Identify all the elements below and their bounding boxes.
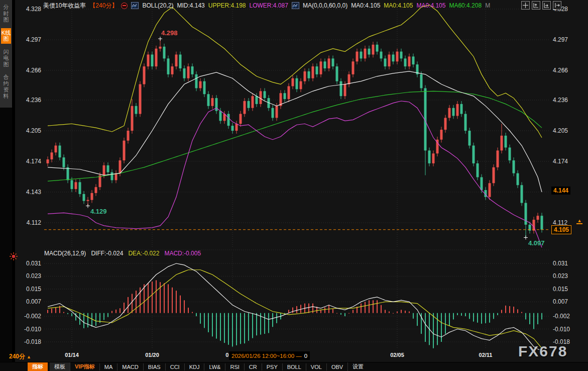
m-toggle[interactable]: M [485,2,490,9]
date-label: 02/05 [390,352,404,358]
chart-tools [521,1,561,10]
macd-header: MACD(26,12,9) DIFF:-0.024 DEA:-0.022 MAC… [44,250,201,257]
toolbar-tab-14[interactable]: OBV [326,363,347,370]
toolbar-tab-2[interactable]: VIP指标 [70,362,99,371]
toolbar-tab-3[interactable]: MA [99,363,117,370]
toolbar-tab-11[interactable]: PSY [262,363,282,370]
boll-lower-value: LOWER:4.087 [250,2,288,9]
watermark: FX678 [518,343,567,360]
ma-label: MA(0,0,0,60,0,0) [303,2,347,9]
toolbar-tab-7[interactable]: KDJ [184,363,204,370]
boll-label: BOLL(20,2) [142,2,173,9]
bar-tooltip: 2026/01/26 12:00~16:00 — 0 [229,351,310,360]
chart-application: 4.1294.2984.097 分时图K线图闪电图合约资料 美债10年收益率 【… [0,0,588,371]
ma-price-badge: 4.144 [551,187,570,195]
macd-dea-value: DEA:-0.022 [128,250,159,257]
toolbar-tab-1[interactable]: 模板 [50,362,70,371]
macd-tick: -0.010 [15,326,41,333]
price-tick: 4.297 [553,36,568,43]
zoom-x-axis-icon[interactable] [542,1,551,10]
price-tick: 4.205 [15,127,41,134]
macd-tick: 0.031 [15,260,41,267]
last-price-badge: 4.105 [551,225,571,234]
macd-tick: -0.018 [15,338,41,345]
chart-header: 美债10年收益率 【240分】 BOLL(20,2) MID:4.143 UPP… [43,2,490,10]
pan-crosshair-icon[interactable] [521,1,530,10]
ma0-magenta-value: MA0:4.105 [416,2,445,9]
timeframe-selector[interactable]: 240分▲ [9,352,31,361]
price-tick: 4.266 [15,67,41,74]
price-tick: 4.174 [553,158,568,165]
chart-canvas[interactable]: 4.1294.2984.097 [0,0,588,371]
macd-tick: -0.002 [553,313,570,320]
macd-diff-value: DIFF:-0.024 [91,250,123,257]
boll-settings-icon[interactable] [131,2,139,9]
price-extreme-label: 4.298 [161,29,178,37]
macd-label: MACD(26,12,9) [44,250,86,257]
collapse-indicator-icon[interactable] [121,3,128,9]
timeframe-arrow-icon: ▲ [27,354,31,359]
toolbar-tab-0[interactable]: 指标 [28,362,48,371]
toolbar-tab-10[interactable]: CR [244,363,262,370]
toolbar-tab-13[interactable]: VOL [306,363,326,370]
macd-tick: 0.015 [15,286,41,293]
macd-tick: 0.007 [15,298,41,305]
date-label: 01/20 [145,352,159,358]
macd-tick: 0.023 [553,272,568,280]
price-tick: 4.112 [15,219,41,226]
macd-value: MACD:-0.005 [164,250,201,257]
price-tick: 4.205 [553,127,568,134]
price-up-arrow-icon: ▲ [576,219,582,224]
date-label: 02/11 [479,352,493,358]
boll-upper-value: UPPER:4.198 [208,2,246,9]
period-tag: 【240分】 [89,2,117,10]
tooltip-value: 0 [304,353,307,359]
price-tick: 4.328 [15,6,41,13]
boll-mid-value: MID:4.143 [177,2,204,9]
toolbar-tab-5[interactable]: BIAS [143,363,165,370]
price-tick: 4.236 [15,97,41,104]
date-label: 01/14 [65,352,79,358]
toolbar-tab-9[interactable]: RSI [225,363,244,370]
toolbar-tab-12[interactable]: BOLL [282,363,306,370]
price-tick: 4.143 [15,189,41,196]
macd-tick: -0.002 [15,313,41,320]
toolbar-tab-4[interactable]: MACD [117,363,143,370]
macd-tick: -0.010 [553,326,570,333]
shift-right-icon[interactable] [553,1,561,10]
price-extreme-label: 4.129 [90,208,107,215]
ma60-value: MA60:4.208 [449,2,482,9]
tooltip-timerange: 2026/01/26 12:00~16:00 — [231,353,302,359]
toolbar-tab-15[interactable]: 设置 [347,362,368,371]
macd-tick: 0.007 [553,298,568,305]
macd-tick: 0.031 [553,260,568,267]
ma0-white-value: MA0:4.105 [351,2,380,9]
toolbar-tab-6[interactable]: CCI [165,363,184,370]
price-tick: 4.174 [15,158,41,165]
price-tick: 4.297 [15,36,41,43]
alert-blink-icon [9,252,18,261]
instrument-title: 美债10年收益率 [43,2,86,10]
ma-settings-icon[interactable] [292,2,299,9]
price-tick: 4.236 [553,97,568,104]
price-extreme-label: 4.097 [528,239,545,247]
macd-tick: 0.023 [15,272,41,280]
ma0-yellow-value: MA0:4.105 [384,2,413,9]
zoom-y-axis-icon[interactable] [532,1,540,10]
price-tick: 4.266 [553,67,568,74]
toolbar-tab-8[interactable]: LW& [204,363,225,370]
indicator-toolbar: 指标模板VIP指标MAMACDBIASCCIKDJLW&RSICRPSYBOLL… [0,362,588,371]
macd-tick: 0.015 [553,286,568,293]
